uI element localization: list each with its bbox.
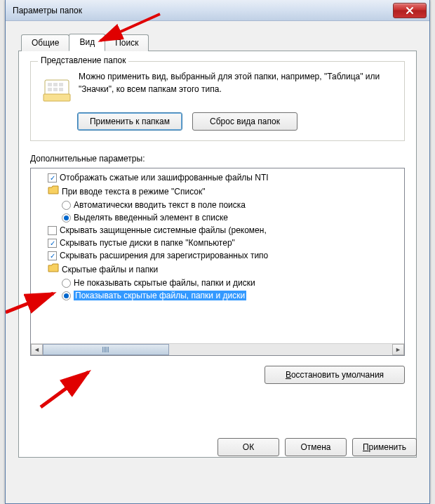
- tab-strip: Общие Вид Поиск: [21, 34, 417, 51]
- list-item-label: Отображать сжатые или зашифрованные файл…: [60, 173, 269, 183]
- window-title: Параметры папок: [13, 6, 393, 15]
- dialog-content: Общие Вид Поиск Представление папок Можн…: [6, 21, 429, 465]
- close-button[interactable]: [393, 3, 427, 18]
- list-item-label: Скрывать пустые диски в папке "Компьютер…: [60, 238, 235, 248]
- list-item[interactable]: Автоматически вводить текст в поле поиск…: [34, 199, 403, 211]
- radio[interactable]: [62, 201, 71, 210]
- checkbox[interactable]: ✓: [48, 251, 57, 260]
- reset-folders-button[interactable]: Сброс вида папок: [192, 112, 297, 131]
- list-item[interactable]: Скрывать защищенные системные файлы (рек…: [34, 224, 403, 237]
- tab-search[interactable]: Поиск: [105, 34, 149, 51]
- svg-rect-6: [53, 88, 58, 91]
- radio[interactable]: [62, 213, 71, 223]
- folder-views-group: Представление папок Можно применить вид,…: [30, 61, 405, 141]
- list-item-label: Скрывать расширения для зарегистрированн…: [60, 251, 268, 260]
- list-item[interactable]: Выделять введенный элемент в списке: [34, 211, 403, 224]
- radio[interactable]: [62, 279, 71, 288]
- apply-button[interactable]: Применить: [352, 438, 417, 456]
- folder-preview-icon: [42, 73, 72, 102]
- svg-rect-2: [48, 83, 52, 86]
- svg-rect-5: [48, 88, 52, 91]
- folder-views-title: Представление папок: [38, 55, 128, 65]
- apply-to-folders-button[interactable]: Применить к папкам: [77, 112, 182, 131]
- folder-views-description: Можно применить вид, выбранный для этой …: [79, 70, 397, 95]
- folder-icon: [48, 263, 59, 275]
- list-item[interactable]: ✓Отображать сжатые или зашифрованные фай…: [34, 171, 403, 184]
- scroll-right-arrow[interactable]: ►: [392, 344, 404, 355]
- list-item[interactable]: Показывать скрытые файлы, папки и диски: [34, 289, 403, 302]
- list-item[interactable]: ✓Скрывать расширения для зарегистрирован…: [34, 249, 403, 262]
- list-item[interactable]: Скрытые файлы и папки: [34, 262, 403, 277]
- tab-panel-view: Представление папок Можно применить вид,…: [18, 51, 417, 458]
- close-icon: [406, 6, 414, 15]
- scroll-left-arrow[interactable]: ◄: [31, 344, 43, 355]
- advanced-settings-label: Дополнительные параметры:: [30, 154, 405, 164]
- tab-view[interactable]: Вид: [69, 34, 105, 51]
- svg-rect-3: [53, 83, 58, 86]
- list-item-label: Автоматически вводить текст в поле поиск…: [74, 200, 246, 210]
- list-item[interactable]: ✓Скрывать пустые диски в папке "Компьюте…: [34, 237, 403, 249]
- list-item[interactable]: Не показывать скрытые файлы, папки и дис…: [34, 277, 403, 289]
- list-item-label: При вводе текста в режиме "Список": [62, 187, 206, 197]
- scroll-track[interactable]: [43, 344, 392, 355]
- list-item-label: Выделять введенный элемент в списке: [74, 213, 228, 223]
- dialog-buttons: ОК Отмена Применить: [218, 438, 417, 456]
- horizontal-scrollbar[interactable]: ◄ ►: [31, 343, 404, 355]
- folder-options-dialog: Параметры папок Общие Вид Поиск Представ…: [5, 0, 430, 504]
- checkbox[interactable]: [48, 226, 57, 235]
- checkbox[interactable]: ✓: [48, 173, 57, 183]
- folder-icon: [48, 185, 59, 197]
- restore-defaults-button[interactable]: Восстановить умолчания: [265, 366, 405, 384]
- list-item[interactable]: При вводе текста в режиме "Список": [34, 184, 403, 199]
- list-item-label: Скрытые файлы и папки: [62, 265, 158, 274]
- svg-rect-7: [59, 88, 63, 91]
- titlebar[interactable]: Параметры папок: [6, 0, 429, 21]
- list-item-label: Не показывать скрытые файлы, папки и дис…: [74, 278, 255, 288]
- svg-rect-4: [59, 83, 63, 86]
- list-item-label: Показывать скрытые файлы, папки и диски: [74, 291, 246, 300]
- list-item-label: Скрывать защищенные системные файлы (рек…: [60, 225, 267, 235]
- scroll-thumb[interactable]: [43, 344, 169, 355]
- ok-button[interactable]: ОК: [218, 438, 279, 456]
- tab-general[interactable]: Общие: [21, 34, 69, 51]
- cancel-button[interactable]: Отмена: [285, 438, 347, 456]
- checkbox[interactable]: ✓: [48, 239, 57, 248]
- advanced-settings-list[interactable]: ✓Отображать сжатые или зашифрованные фай…: [30, 168, 405, 356]
- svg-rect-1: [44, 94, 70, 101]
- radio[interactable]: [62, 291, 71, 300]
